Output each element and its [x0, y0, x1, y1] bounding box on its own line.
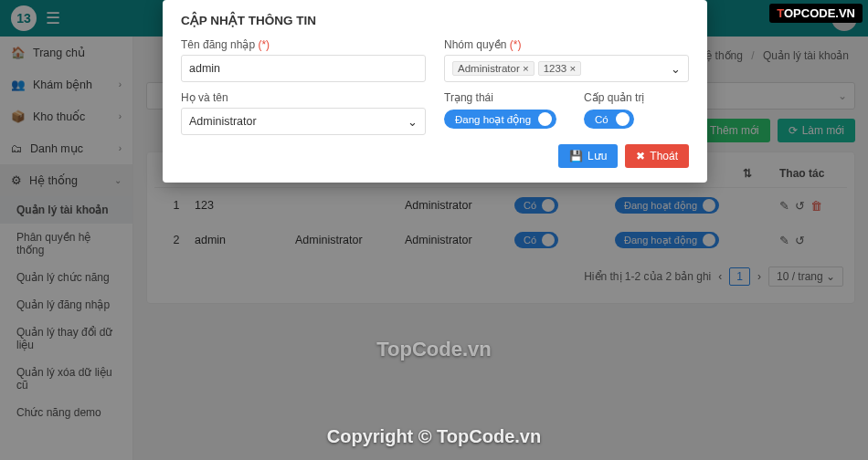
input-username[interactable]: admin: [181, 55, 426, 82]
tag-role[interactable]: Administrator ×: [452, 61, 535, 76]
label-username: Tên đăng nhập (*): [181, 38, 426, 51]
modal-title: CẬP NHẬT THÔNG TIN: [181, 13, 689, 27]
watermark-copyright: Copyright © TopCode.vn: [327, 426, 541, 447]
label-admin: Cấp quản trị: [584, 91, 644, 104]
label-fullname: Họ và tên: [181, 91, 426, 104]
chevron-down-icon: ⌄: [408, 115, 418, 129]
input-fullname[interactable]: Administrator⌄: [181, 108, 426, 135]
brand-badge: TOPCODE.VN: [769, 4, 863, 23]
save-icon: 💾: [569, 150, 583, 162]
exit-button[interactable]: ✖Thoát: [625, 144, 689, 168]
save-button[interactable]: 💾Lưu: [558, 144, 618, 168]
tag-role[interactable]: 1233 ×: [538, 61, 582, 76]
input-role[interactable]: Administrator ×1233 × ⌄: [444, 55, 689, 82]
label-status: Trạng thái: [444, 91, 556, 104]
toggle-admin[interactable]: Có: [584, 110, 634, 129]
close-icon: ✖: [636, 150, 645, 162]
update-modal: CẬP NHẬT THÔNG TIN Tên đăng nhập (*) adm…: [163, 0, 707, 183]
watermark: TopCode.vn: [376, 338, 491, 361]
label-role: Nhóm quyền (*): [444, 38, 689, 51]
toggle-status[interactable]: Đang hoạt động: [444, 110, 556, 129]
chevron-down-icon: ⌄: [671, 62, 681, 76]
